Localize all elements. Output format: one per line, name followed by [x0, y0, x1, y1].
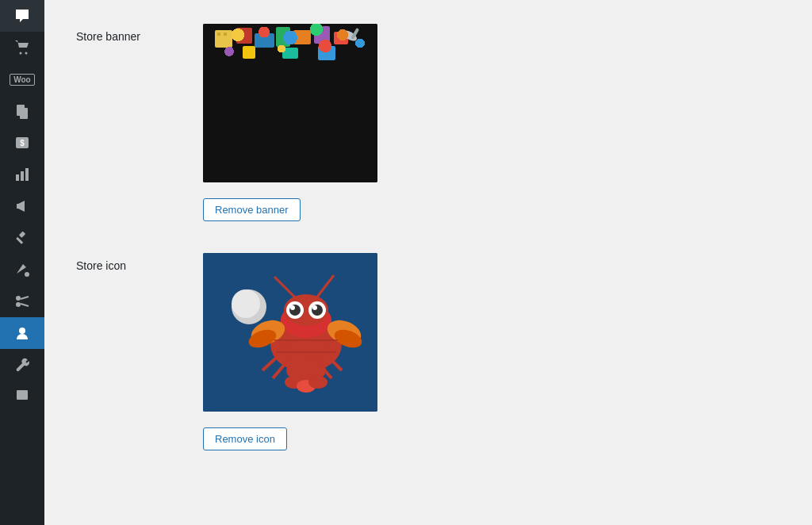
svg-rect-28 — [243, 46, 255, 59]
svg-rect-8 — [25, 168, 29, 181]
icon-image — [203, 253, 377, 412]
sidebar-item-comments[interactable] — [0, 0, 44, 32]
sidebar-item-analytics[interactable] — [0, 159, 44, 190]
sidebar-item-tools[interactable] — [0, 222, 44, 254]
svg-point-46 — [290, 305, 295, 310]
svg-point-47 — [312, 305, 317, 310]
svg-point-35 — [232, 289, 260, 318]
paint-icon — [14, 262, 30, 278]
pages-icon — [14, 103, 30, 119]
woo-badge: Woo — [10, 74, 34, 86]
svg-rect-19 — [215, 30, 232, 48]
updates-icon — [14, 389, 30, 404]
svg-rect-18 — [203, 24, 377, 182]
svg-rect-6 — [16, 174, 19, 181]
wrench-icon — [14, 357, 30, 373]
user-icon — [14, 325, 30, 341]
svg-rect-26 — [314, 26, 330, 44]
svg-rect-20 — [217, 33, 220, 36]
store-icon-section: Store icon — [76, 253, 780, 450]
svg-rect-32 — [350, 28, 359, 40]
remove-icon-button[interactable]: Remove icon — [203, 427, 287, 450]
svg-rect-10 — [16, 237, 23, 244]
svg-rect-27 — [334, 32, 348, 44]
sidebar-item-pages[interactable] — [0, 95, 44, 127]
svg-rect-22 — [236, 28, 252, 44]
cart-icon — [14, 40, 30, 56]
banner-label: Store banner — [76, 24, 171, 43]
hammer-icon — [14, 230, 30, 246]
sidebar-item-appearance[interactable] — [0, 254, 44, 285]
lobster-svg — [203, 253, 377, 412]
store-banner-section: Store banner — [76, 24, 780, 221]
scissors-icon — [14, 293, 30, 309]
icon-row: Store icon — [76, 253, 780, 412]
svg-rect-23 — [255, 33, 274, 48]
sidebar-item-plugins[interactable] — [0, 285, 44, 317]
svg-rect-25 — [293, 30, 311, 44]
sidebar-item-users[interactable] — [0, 317, 44, 349]
sidebar-item-updates[interactable] — [0, 381, 44, 412]
sidebar-item-cart[interactable] — [0, 32, 44, 63]
svg-text:$: $ — [20, 139, 25, 148]
svg-point-13 — [16, 302, 21, 307]
svg-point-16 — [19, 328, 25, 334]
sidebar-item-settings[interactable] — [0, 349, 44, 381]
svg-point-11 — [25, 272, 29, 277]
svg-line-15 — [21, 304, 29, 306]
svg-point-12 — [16, 296, 21, 301]
svg-rect-29 — [282, 48, 298, 59]
banner-row: Store banner — [76, 24, 780, 182]
sidebar-item-woo[interactable]: Woo — [0, 63, 44, 95]
banner-image-svg — [203, 24, 377, 182]
icon-label: Store icon — [76, 253, 171, 272]
svg-rect-17 — [17, 390, 28, 400]
sidebar: Woo $ — [0, 0, 44, 525]
megaphone-icon — [14, 198, 30, 214]
icon-image-container — [203, 253, 377, 412]
sidebar-item-finance[interactable]: $ — [0, 127, 44, 159]
svg-rect-9 — [19, 231, 25, 237]
svg-rect-24 — [276, 27, 290, 47]
speech-bubble-icon — [14, 8, 30, 24]
svg-point-59 — [308, 376, 327, 389]
svg-rect-21 — [224, 33, 227, 36]
icon-image-inner — [203, 253, 377, 412]
remove-banner-button[interactable]: Remove banner — [203, 198, 301, 221]
svg-line-14 — [21, 297, 29, 299]
svg-rect-3 — [20, 108, 28, 119]
svg-point-0 — [20, 52, 22, 55]
main-content: Store banner — [44, 0, 812, 525]
svg-rect-30 — [318, 46, 335, 60]
svg-point-1 — [25, 52, 28, 55]
sidebar-item-marketing[interactable] — [0, 190, 44, 222]
banner-image — [203, 24, 377, 182]
analytics-icon — [14, 167, 30, 182]
dollar-icon: $ — [14, 135, 30, 151]
svg-rect-7 — [21, 171, 24, 181]
svg-point-31 — [341, 29, 358, 44]
banner-image-container — [203, 24, 377, 182]
